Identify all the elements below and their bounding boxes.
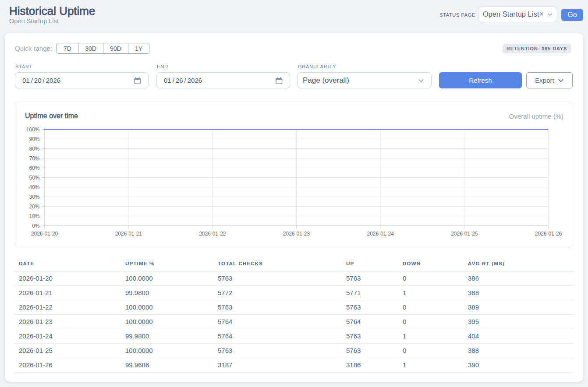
svg-text:70%: 70% bbox=[29, 155, 39, 162]
svg-text:30%: 30% bbox=[29, 194, 39, 200]
svg-text:100%: 100% bbox=[26, 127, 40, 133]
svg-text:2026-01-24: 2026-01-24 bbox=[367, 231, 394, 237]
svg-text:2026-01-22: 2026-01-22 bbox=[199, 231, 226, 237]
svg-text:2026-01-26: 2026-01-26 bbox=[535, 231, 562, 237]
svg-text:0%: 0% bbox=[32, 223, 40, 229]
svg-text:80%: 80% bbox=[29, 146, 39, 152]
svg-text:40%: 40% bbox=[29, 184, 39, 190]
svg-text:2026-01-23: 2026-01-23 bbox=[283, 231, 310, 237]
svg-text:50%: 50% bbox=[29, 175, 39, 181]
svg-text:90%: 90% bbox=[29, 136, 39, 142]
svg-text:60%: 60% bbox=[29, 165, 39, 171]
svg-text:2026-01-20: 2026-01-20 bbox=[31, 231, 58, 237]
svg-text:2026-01-21: 2026-01-21 bbox=[115, 231, 142, 237]
svg-text:20%: 20% bbox=[29, 204, 39, 210]
svg-text:2026-01-25: 2026-01-25 bbox=[451, 231, 478, 237]
svg-text:10%: 10% bbox=[29, 213, 39, 219]
